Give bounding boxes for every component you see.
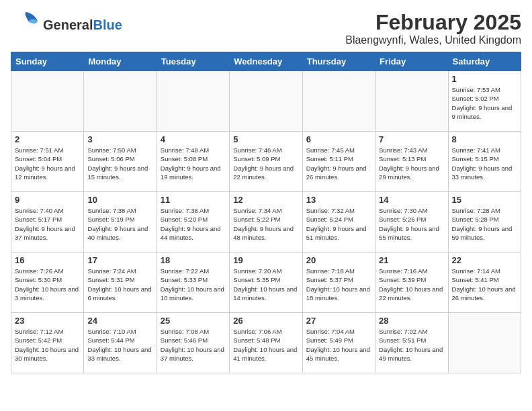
calendar-cell: 19Sunrise: 7:20 AM Sunset: 5:35 PM Dayli…	[230, 253, 302, 313]
logo-icon	[11, 11, 40, 36]
calendar-cell: 21Sunrise: 7:16 AM Sunset: 5:39 PM Dayli…	[375, 253, 448, 313]
day-info: Sunrise: 7:20 AM Sunset: 5:35 PM Dayligh…	[233, 267, 298, 302]
calendar-cell: 11Sunrise: 7:36 AM Sunset: 5:20 PM Dayli…	[157, 192, 229, 253]
day-info: Sunrise: 7:30 AM Sunset: 5:26 PM Dayligh…	[379, 206, 444, 242]
calendar-cell: 20Sunrise: 7:18 AM Sunset: 5:37 PM Dayli…	[302, 253, 375, 313]
day-info: Sunrise: 7:08 AM Sunset: 5:46 PM Dayligh…	[161, 327, 226, 363]
day-info: Sunrise: 7:41 AM Sunset: 5:15 PM Dayligh…	[452, 146, 517, 181]
day-number: 3	[87, 134, 152, 144]
day-info: Sunrise: 7:16 AM Sunset: 5:39 PM Dayligh…	[379, 267, 444, 302]
day-number: 6	[306, 134, 371, 144]
calendar-cell	[157, 71, 229, 132]
day-number: 8	[452, 134, 517, 144]
calendar-cell: 25Sunrise: 7:08 AM Sunset: 5:46 PM Dayli…	[157, 313, 229, 373]
calendar-week-row: 23Sunrise: 7:12 AM Sunset: 5:42 PM Dayli…	[11, 313, 521, 373]
logo: GeneralBlue	[11, 11, 122, 39]
calendar-week-row: 16Sunrise: 7:26 AM Sunset: 5:30 PM Dayli…	[11, 253, 521, 313]
day-number: 4	[161, 134, 226, 144]
day-number: 21	[379, 255, 444, 265]
calendar-title-block: February 2025 Blaengwynfi, Wales, United…	[345, 11, 521, 46]
calendar-week-row: 1Sunrise: 7:53 AM Sunset: 5:02 PM Daylig…	[11, 71, 521, 132]
day-number: 13	[306, 195, 371, 205]
day-info: Sunrise: 7:51 AM Sunset: 5:04 PM Dayligh…	[15, 146, 80, 181]
weekday-header: Thursday	[302, 52, 375, 71]
day-info: Sunrise: 7:50 AM Sunset: 5:06 PM Dayligh…	[87, 146, 152, 181]
day-number: 1	[452, 74, 517, 84]
calendar-cell	[375, 71, 448, 132]
day-number: 2	[15, 134, 80, 144]
day-info: Sunrise: 7:38 AM Sunset: 5:19 PM Dayligh…	[87, 206, 152, 242]
calendar-subtitle: Blaengwynfi, Wales, United Kingdom	[345, 34, 521, 46]
calendar-table: SundayMondayTuesdayWednesdayThursdayFrid…	[11, 52, 521, 373]
calendar-cell: 28Sunrise: 7:02 AM Sunset: 5:51 PM Dayli…	[375, 313, 448, 373]
calendar-cell: 14Sunrise: 7:30 AM Sunset: 5:26 PM Dayli…	[375, 192, 448, 253]
day-number: 11	[161, 195, 226, 205]
weekday-header: Friday	[375, 52, 448, 71]
day-number: 18	[161, 255, 226, 265]
day-number: 22	[452, 255, 517, 265]
calendar-week-row: 2Sunrise: 7:51 AM Sunset: 5:04 PM Daylig…	[11, 132, 521, 192]
day-number: 15	[452, 195, 517, 205]
calendar-cell: 17Sunrise: 7:24 AM Sunset: 5:31 PM Dayli…	[84, 253, 157, 313]
day-number: 26	[233, 316, 298, 326]
weekday-header: Monday	[84, 52, 157, 71]
day-info: Sunrise: 7:53 AM Sunset: 5:02 PM Dayligh…	[452, 85, 517, 121]
day-info: Sunrise: 7:45 AM Sunset: 5:11 PM Dayligh…	[306, 146, 371, 181]
calendar-cell: 16Sunrise: 7:26 AM Sunset: 5:30 PM Dayli…	[11, 253, 84, 313]
calendar-cell: 12Sunrise: 7:34 AM Sunset: 5:22 PM Dayli…	[230, 192, 302, 253]
day-info: Sunrise: 7:06 AM Sunset: 5:48 PM Dayligh…	[233, 327, 298, 363]
calendar-week-row: 9Sunrise: 7:40 AM Sunset: 5:17 PM Daylig…	[11, 192, 521, 253]
day-number: 19	[233, 255, 298, 265]
day-number: 27	[306, 316, 371, 326]
day-info: Sunrise: 7:02 AM Sunset: 5:51 PM Dayligh…	[379, 327, 444, 363]
day-info: Sunrise: 7:18 AM Sunset: 5:37 PM Dayligh…	[306, 267, 371, 302]
day-number: 9	[15, 195, 80, 205]
calendar-cell: 7Sunrise: 7:43 AM Sunset: 5:13 PM Daylig…	[375, 132, 448, 192]
day-info: Sunrise: 7:14 AM Sunset: 5:41 PM Dayligh…	[452, 267, 517, 302]
calendar-cell: 4Sunrise: 7:48 AM Sunset: 5:08 PM Daylig…	[157, 132, 229, 192]
day-number: 12	[233, 195, 298, 205]
day-number: 7	[379, 134, 444, 144]
day-info: Sunrise: 7:04 AM Sunset: 5:49 PM Dayligh…	[306, 327, 371, 363]
calendar-cell	[230, 71, 302, 132]
calendar-cell: 10Sunrise: 7:38 AM Sunset: 5:19 PM Dayli…	[84, 192, 157, 253]
calendar-cell	[11, 71, 84, 132]
weekday-header-row: SundayMondayTuesdayWednesdayThursdayFrid…	[11, 52, 521, 71]
weekday-header: Sunday	[11, 52, 84, 71]
calendar-cell: 6Sunrise: 7:45 AM Sunset: 5:11 PM Daylig…	[302, 132, 375, 192]
calendar-cell	[84, 71, 157, 132]
day-number: 17	[87, 255, 152, 265]
calendar-cell: 26Sunrise: 7:06 AM Sunset: 5:48 PM Dayli…	[230, 313, 302, 373]
day-info: Sunrise: 7:32 AM Sunset: 5:24 PM Dayligh…	[306, 206, 371, 242]
day-number: 24	[87, 316, 152, 326]
day-info: Sunrise: 7:36 AM Sunset: 5:20 PM Dayligh…	[161, 206, 226, 242]
day-info: Sunrise: 7:26 AM Sunset: 5:30 PM Dayligh…	[15, 267, 80, 302]
calendar-cell: 5Sunrise: 7:46 AM Sunset: 5:09 PM Daylig…	[230, 132, 302, 192]
weekday-header: Saturday	[448, 52, 521, 71]
day-info: Sunrise: 7:12 AM Sunset: 5:42 PM Dayligh…	[15, 327, 80, 363]
weekday-header: Wednesday	[230, 52, 302, 71]
calendar-cell: 22Sunrise: 7:14 AM Sunset: 5:41 PM Dayli…	[448, 253, 521, 313]
calendar-cell	[302, 71, 375, 132]
day-info: Sunrise: 7:46 AM Sunset: 5:09 PM Dayligh…	[233, 146, 298, 181]
day-info: Sunrise: 7:48 AM Sunset: 5:08 PM Dayligh…	[161, 146, 226, 181]
day-info: Sunrise: 7:24 AM Sunset: 5:31 PM Dayligh…	[87, 267, 152, 302]
calendar-cell	[448, 313, 521, 373]
calendar-cell: 8Sunrise: 7:41 AM Sunset: 5:15 PM Daylig…	[448, 132, 521, 192]
day-number: 10	[87, 195, 152, 205]
page-header: GeneralBlue February 2025 Blaengwynfi, W…	[11, 11, 521, 46]
calendar-cell: 3Sunrise: 7:50 AM Sunset: 5:06 PM Daylig…	[84, 132, 157, 192]
calendar-cell: 15Sunrise: 7:28 AM Sunset: 5:28 PM Dayli…	[448, 192, 521, 253]
calendar-cell: 13Sunrise: 7:32 AM Sunset: 5:24 PM Dayli…	[302, 192, 375, 253]
calendar-cell: 1Sunrise: 7:53 AM Sunset: 5:02 PM Daylig…	[448, 71, 521, 132]
day-number: 5	[233, 134, 298, 144]
day-info: Sunrise: 7:43 AM Sunset: 5:13 PM Dayligh…	[379, 146, 444, 181]
calendar-title: February 2025	[345, 11, 521, 34]
day-number: 25	[161, 316, 226, 326]
calendar-cell: 18Sunrise: 7:22 AM Sunset: 5:33 PM Dayli…	[157, 253, 229, 313]
day-number: 23	[15, 316, 80, 326]
calendar-cell: 24Sunrise: 7:10 AM Sunset: 5:44 PM Dayli…	[84, 313, 157, 373]
calendar-cell: 9Sunrise: 7:40 AM Sunset: 5:17 PM Daylig…	[11, 192, 84, 253]
day-number: 16	[15, 255, 80, 265]
day-info: Sunrise: 7:10 AM Sunset: 5:44 PM Dayligh…	[87, 327, 152, 363]
